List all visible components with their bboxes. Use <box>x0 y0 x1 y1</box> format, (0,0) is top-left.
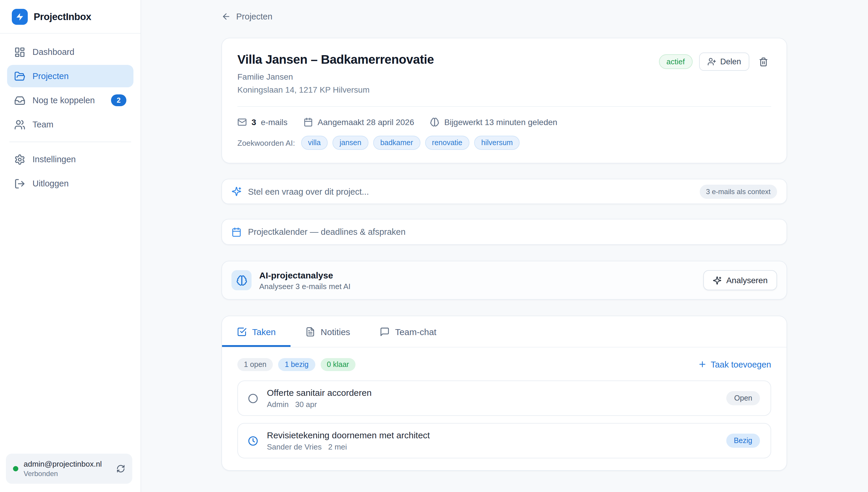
user-plus-icon <box>707 57 716 66</box>
add-task-button[interactable]: Taak toevoegen <box>698 360 771 369</box>
task-date: 2 mei <box>328 442 347 451</box>
connection-status-dot <box>13 466 18 471</box>
keyword-tag[interactable]: jansen <box>332 136 369 150</box>
tab-label: Team-chat <box>395 326 436 337</box>
task-status-badge: Open <box>727 391 760 405</box>
task-assignee: Admin <box>267 400 289 409</box>
ai-question-bar[interactable]: Stel een vraag over dit project... 3 e-m… <box>221 179 787 204</box>
sidebar-item-instellingen[interactable]: Instellingen <box>7 148 134 171</box>
ai-analysis-title: AI-projectanalyse <box>259 270 350 280</box>
sidebar-item-uitloggen[interactable]: Uitloggen <box>7 172 134 195</box>
updated-meta: Bijgewerkt 13 minuten geleden <box>430 117 557 127</box>
tab-notities[interactable]: Notities <box>290 316 365 347</box>
share-button[interactable]: Delen <box>699 52 749 71</box>
sidebar-divider <box>9 142 131 142</box>
project-client: Familie Jansen <box>237 72 434 81</box>
created-meta: Aangemaakt 28 april 2026 <box>304 117 414 127</box>
sidebar-item-label: Nog te koppelen <box>32 96 95 105</box>
task-title: Offerte sanitair accorderen <box>267 388 372 398</box>
task-row[interactable]: Revisietekening doornemen met architect … <box>237 423 771 458</box>
connection-status-label: Verbonden <box>24 470 102 478</box>
ai-analysis-subtitle: Analyseer 3 e-mails met AI <box>259 282 350 291</box>
app-window: ProjectInbox Dashboard Projecten Nog te … <box>0 0 868 492</box>
add-task-label: Taak toevoegen <box>711 360 771 369</box>
task-title: Revisietekening doornemen met architect <box>267 430 430 440</box>
folder-open-icon <box>14 71 25 82</box>
back-link[interactable]: Projecten <box>221 12 273 21</box>
tasks-panel: Taken Notities Team-chat <box>221 316 787 471</box>
sidebar-item-label: Projecten <box>32 71 69 81</box>
sidebar-item-label: Dashboard <box>32 47 74 57</box>
brain-icon <box>232 270 252 290</box>
file-text-icon <box>305 326 315 337</box>
sidebar-item-label: Instellingen <box>32 154 76 164</box>
task-filters-row: 1 open 1 bezig 0 klaar Taak toevoegen <box>237 357 771 372</box>
filter-klaar-chip[interactable]: 0 klaar <box>320 358 355 371</box>
task-body: Offerte sanitair accorderen Admin 30 apr <box>267 388 372 409</box>
project-titles: Villa Jansen – Badkamerrenovatie Familie… <box>237 52 434 94</box>
keyword-tag[interactable]: badkamer <box>373 136 420 150</box>
calendar-blue-icon <box>232 227 241 237</box>
unlinked-count-badge: 2 <box>111 94 126 106</box>
project-header-card: Villa Jansen – Badkamerrenovatie Familie… <box>221 38 787 164</box>
filter-bezig-chip[interactable]: 1 bezig <box>278 358 315 371</box>
sidebar-item-label: Uitloggen <box>32 179 69 188</box>
delete-project-button[interactable] <box>756 54 771 69</box>
project-title: Villa Jansen – Badkamerrenovatie <box>237 52 434 67</box>
keyword-tag[interactable]: renovatie <box>425 136 469 150</box>
sidebar-item-projecten[interactable]: Projecten <box>7 65 134 87</box>
task-date: 30 apr <box>295 400 317 409</box>
sidebar-item-team[interactable]: Team <box>7 113 134 136</box>
refresh-icon[interactable] <box>116 464 125 473</box>
sidebar-item-dashboard[interactable]: Dashboard <box>7 41 134 63</box>
sidebar-nav: Dashboard Projecten Nog te koppelen 2 T <box>0 34 141 136</box>
context-badge: 3 e-mails als context <box>699 184 777 198</box>
check-square-icon <box>237 326 247 337</box>
app-title: ProjectInbox <box>34 11 91 22</box>
tab-team-chat[interactable]: Team-chat <box>365 316 451 347</box>
emails-count: 3 <box>252 117 256 127</box>
logout-icon <box>14 178 25 189</box>
arrow-left-icon <box>221 12 231 21</box>
keyword-tag[interactable]: hilversum <box>474 136 520 150</box>
plus-icon <box>698 360 706 369</box>
message-square-icon <box>380 326 390 337</box>
emails-meta: 3 e-mails <box>237 117 287 127</box>
task-assignee: Sander de Vries <box>267 442 322 451</box>
filter-open-chip[interactable]: 1 open <box>237 358 273 371</box>
task-list: Offerte sanitair accorderen Admin 30 apr… <box>237 380 771 458</box>
project-address: Koningslaan 14, 1217 KP Hilversum <box>237 85 434 94</box>
analyze-button-label: Analyseren <box>726 275 768 285</box>
created-label: Aangemaakt 28 april 2026 <box>318 117 414 127</box>
task-status-badge: Bezig <box>726 434 760 448</box>
account-info: admin@projectinbox.nl Verbonden <box>24 460 102 478</box>
project-meta-row: 3 e-mails Aangemaakt 28 april 2026 Bij <box>237 117 771 127</box>
task-row[interactable]: Offerte sanitair accorderen Admin 30 apr… <box>237 380 771 416</box>
task-body: Revisietekening doornemen met architect … <box>267 430 430 451</box>
inbox-icon <box>14 95 25 106</box>
brain-icon <box>430 117 440 127</box>
ai-analysis-card: AI-projectanalyse Analyseer 3 e-mails me… <box>221 261 787 300</box>
tab-label: Notities <box>321 326 350 337</box>
status-badge: actief <box>659 54 692 69</box>
tab-taken[interactable]: Taken <box>222 316 290 347</box>
ai-analysis-text: AI-projectanalyse Analyseer 3 e-mails me… <box>259 270 350 291</box>
clock-icon[interactable] <box>248 435 259 446</box>
keywords-label: Zoekwoorden AI: <box>237 138 295 147</box>
account-card[interactable]: admin@projectinbox.nl Verbonden <box>6 454 132 484</box>
updated-label: Bijgewerkt 13 minuten geleden <box>444 117 557 127</box>
tab-label: Taken <box>252 326 276 337</box>
project-calendar-bar[interactable]: Projectkalender — deadlines & afspraken <box>221 219 787 245</box>
analyze-button[interactable]: Analyseren <box>703 270 777 290</box>
sidebar-item-nog-te-koppelen[interactable]: Nog te koppelen 2 <box>7 89 134 112</box>
ai-question-placeholder: Stel een vraag over dit project... <box>248 187 369 196</box>
share-button-label: Delen <box>720 57 741 66</box>
keyword-tag[interactable]: villa <box>301 136 328 150</box>
tab-bar: Taken Notities Team-chat <box>222 316 787 347</box>
mail-icon <box>237 117 247 127</box>
bolt-icon <box>12 8 28 24</box>
users-icon <box>14 119 25 130</box>
circle-icon[interactable] <box>248 393 259 404</box>
main-content: Projecten Villa Jansen – Badkamerrenovat… <box>141 0 868 492</box>
back-link-label: Projecten <box>236 12 273 21</box>
